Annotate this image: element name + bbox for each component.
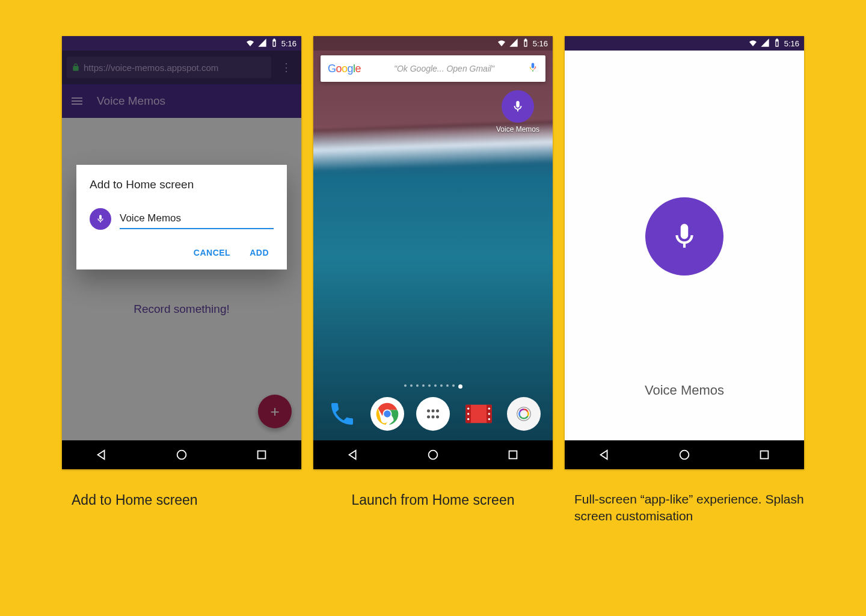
shortcut-label: Voice Memos (496, 125, 539, 134)
app-drawer-icon[interactable] (416, 397, 450, 431)
svg-point-10 (436, 416, 439, 419)
wifi-icon (245, 38, 255, 49)
add-to-home-dialog: Add to Home screen CANCEL ADD (76, 165, 287, 270)
caption-1: Add to Home screen (62, 491, 301, 525)
svg-rect-23 (509, 451, 517, 459)
battery-icon (772, 38, 782, 49)
mic-icon (502, 90, 534, 123)
status-bar: 5:16 (565, 36, 804, 51)
mic-icon (90, 208, 111, 230)
caption-3: Full-screen “app-like” experience. Splas… (565, 491, 804, 525)
nav-home-icon[interactable] (415, 440, 451, 469)
mic-icon (645, 197, 723, 276)
svg-point-7 (436, 410, 439, 413)
shortcut-name-input[interactable] (120, 209, 274, 229)
google-logo: Google (328, 63, 361, 75)
svg-rect-25 (760, 451, 768, 459)
svg-point-24 (680, 451, 689, 460)
cancel-button[interactable]: CANCEL (194, 248, 230, 257)
phone-add-to-home: 5:16 https://voice-memos.appspot.com ⋮ V… (62, 36, 301, 469)
svg-point-6 (431, 410, 434, 413)
signal-icon (760, 38, 770, 49)
nav-recent-icon[interactable] (495, 440, 531, 469)
nav-home-icon[interactable] (164, 440, 200, 469)
status-bar: 5:16 (62, 36, 301, 51)
add-button[interactable]: ADD (250, 248, 269, 257)
dock (313, 392, 553, 436)
nav-recent-icon[interactable] (746, 440, 782, 469)
nav-home-icon[interactable] (666, 440, 702, 469)
video-app-icon[interactable] (462, 397, 496, 431)
phone-app-icon[interactable] (325, 397, 359, 431)
svg-point-18 (488, 413, 490, 414)
voice-icon[interactable] (527, 61, 538, 76)
phone-splash-screen: 5:16 Voice Memos (565, 36, 804, 469)
svg-point-17 (488, 408, 490, 410)
phone-home-screen: 5:16 Google "Ok Google... Open Gmail" Vo… (313, 36, 553, 469)
wifi-icon (497, 38, 506, 49)
svg-point-9 (431, 416, 434, 419)
nav-back-icon[interactable] (335, 440, 371, 469)
android-navbar (62, 440, 301, 469)
voice-memos-shortcut[interactable]: Voice Memos (495, 90, 541, 134)
google-search-widget[interactable]: Google "Ok Google... Open Gmail" (321, 55, 545, 82)
svg-point-4 (384, 410, 392, 417)
page-indicator (313, 384, 553, 389)
caption-2: Launch from Home screen (313, 491, 553, 525)
search-hint: "Ok Google... Open Gmail" (368, 64, 520, 73)
android-navbar (313, 440, 553, 469)
nav-back-icon[interactable] (84, 440, 120, 469)
status-time: 5:16 (281, 39, 296, 48)
svg-point-8 (427, 416, 430, 419)
splash-screen: Voice Memos (565, 51, 804, 440)
svg-point-15 (467, 413, 469, 414)
svg-point-0 (177, 451, 186, 460)
nav-recent-icon[interactable] (244, 440, 280, 469)
battery-icon (521, 38, 530, 49)
signal-icon (257, 38, 267, 49)
svg-point-16 (467, 418, 469, 420)
status-time: 5:16 (533, 39, 548, 48)
status-bar: 5:16 (313, 36, 553, 51)
svg-point-14 (467, 408, 469, 410)
wifi-icon (748, 38, 758, 49)
svg-rect-1 (257, 451, 265, 459)
camera-app-icon[interactable] (507, 397, 541, 431)
status-time: 5:16 (784, 39, 799, 48)
svg-point-22 (429, 451, 438, 460)
screen: https://voice-memos.appspot.com ⋮ Voice … (62, 51, 301, 440)
dialog-title: Add to Home screen (90, 178, 274, 191)
svg-point-5 (427, 410, 430, 413)
battery-icon (269, 38, 279, 49)
android-navbar (565, 440, 804, 469)
splash-app-name: Voice Memos (645, 383, 724, 398)
signal-icon (509, 38, 518, 49)
nav-back-icon[interactable] (586, 440, 622, 469)
chrome-app-icon[interactable] (370, 397, 404, 431)
svg-point-19 (488, 418, 490, 420)
